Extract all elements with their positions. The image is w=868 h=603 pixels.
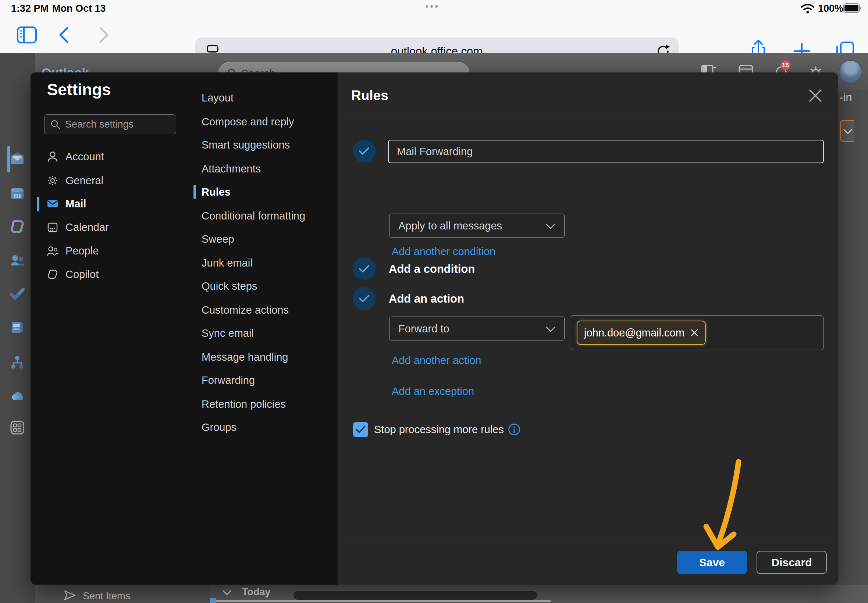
settings-search-input[interactable] bbox=[65, 115, 172, 134]
check-icon bbox=[359, 147, 369, 155]
settings-nav-calendar[interactable]: Calendar bbox=[37, 220, 184, 236]
screen: 1:32 PM Mon Oct 13 ••• 100% bbox=[0, 0, 868, 603]
people-icon bbox=[46, 244, 59, 257]
send-icon bbox=[63, 589, 76, 601]
clock: 1:32 PM bbox=[11, 3, 48, 14]
list-scrollbar-pill bbox=[294, 591, 537, 600]
mail-nav-customize-actions[interactable]: Customize actions bbox=[193, 303, 335, 317]
org-chart-app-icon[interactable] bbox=[10, 355, 25, 370]
mail-app-icon[interactable] bbox=[10, 151, 25, 166]
settings-nav-people[interactable]: People bbox=[37, 243, 184, 259]
stop-processing-label: Stop processing more rules bbox=[374, 424, 504, 436]
mail-nav-smart-suggestions[interactable]: Smart suggestions bbox=[193, 138, 335, 152]
battery-percent: 100% bbox=[818, 3, 843, 14]
date: Mon Oct 13 bbox=[52, 3, 106, 14]
avatar[interactable] bbox=[839, 60, 862, 83]
discard-button[interactable]: Discard bbox=[757, 551, 827, 574]
mail-nav-rules[interactable]: Rules bbox=[193, 185, 335, 199]
settings-nav-copilot[interactable]: Copilot bbox=[37, 267, 184, 283]
news-app-icon[interactable] bbox=[10, 320, 25, 335]
horizontal-scrollbar[interactable] bbox=[212, 600, 551, 602]
add-another-action-link[interactable]: Add another action bbox=[392, 354, 481, 366]
forward-address-field[interactable]: john.doe@gmail.com bbox=[571, 315, 823, 350]
settings-nav-general[interactable]: General bbox=[37, 173, 184, 189]
mail-nav-message-handling[interactable]: Message handling bbox=[193, 349, 335, 364]
rail-selection-bar bbox=[7, 146, 10, 172]
mail-nav-forwarding[interactable]: Forwarding bbox=[193, 373, 335, 388]
date-group-today[interactable]: Today bbox=[242, 586, 271, 598]
collapse-chevron-icon[interactable] bbox=[222, 590, 232, 596]
email-chip-text: john.doe@gmail.com bbox=[584, 327, 684, 339]
mail-nav-retention-policies[interactable]: Retention policies bbox=[193, 397, 335, 411]
close-icon[interactable] bbox=[807, 87, 824, 104]
condition-check-circle bbox=[353, 257, 376, 280]
wifi-icon bbox=[800, 3, 815, 14]
mail-nav-sweep[interactable]: Sweep bbox=[193, 232, 335, 246]
selection-bar bbox=[37, 197, 39, 212]
mail-nav-sync-email[interactable]: Sync email bbox=[193, 326, 335, 340]
save-button[interactable]: Save bbox=[677, 551, 747, 574]
mail-nav-attachments[interactable]: Attachments bbox=[193, 161, 335, 176]
condition-heading: Add a condition bbox=[389, 263, 475, 276]
copilot-icon bbox=[46, 268, 59, 281]
selection-bar bbox=[193, 185, 196, 199]
mail-nav-conditional-formatting[interactable]: Conditional formatting bbox=[193, 209, 335, 223]
chevron-down-icon bbox=[546, 326, 555, 332]
forward-icon[interactable] bbox=[99, 27, 110, 43]
check-icon bbox=[356, 425, 365, 433]
calendar-icon bbox=[46, 221, 59, 233]
more-apps-icon[interactable] bbox=[10, 420, 25, 435]
mail-settings-nav-panel: Layout Compose and reply Smart suggestio… bbox=[191, 73, 337, 584]
search-icon bbox=[50, 119, 61, 130]
browser-toolbar: outlook.office.com bbox=[0, 17, 868, 53]
header-divider bbox=[337, 118, 838, 118]
mail-nav-layout[interactable]: Layout bbox=[193, 90, 335, 105]
action-dropdown[interactable]: Forward to bbox=[389, 317, 565, 340]
remove-chip-icon[interactable] bbox=[690, 329, 698, 337]
calendar-app-icon[interactable] bbox=[10, 186, 25, 201]
rule-name-check-circle bbox=[353, 140, 376, 162]
background-text-fragment: -in bbox=[839, 91, 852, 104]
settings-nav-panel: Settings Account Ge bbox=[31, 73, 191, 584]
background-dropdown-fragment bbox=[840, 120, 854, 142]
people-app-icon[interactable] bbox=[10, 254, 25, 268]
rule-name-input[interactable] bbox=[388, 140, 824, 163]
add-an-exception-link[interactable]: Add an exception bbox=[392, 385, 474, 397]
folder-sent-items[interactable]: Sent Items bbox=[83, 591, 130, 602]
mail-nav-groups[interactable]: Groups bbox=[193, 420, 335, 434]
settings-title: Settings bbox=[47, 80, 111, 99]
sidebar-toggle-icon[interactable] bbox=[17, 26, 37, 43]
notification-badge: 15 bbox=[780, 60, 791, 70]
status-bar: 1:32 PM Mon Oct 13 ••• 100% bbox=[0, 0, 868, 17]
rules-panel: Rules Add a condition Apply to bbox=[337, 73, 838, 584]
action-heading: Add an action bbox=[389, 292, 464, 306]
settings-nav-account[interactable]: Account bbox=[37, 149, 184, 165]
gear-icon bbox=[46, 174, 59, 187]
mail-nav-compose-and-reply[interactable]: Compose and reply bbox=[193, 114, 335, 129]
add-another-condition-link[interactable]: Add another condition bbox=[392, 246, 495, 258]
ellipsis-icon: ••• bbox=[425, 1, 439, 12]
chevron-down-icon bbox=[843, 129, 852, 134]
person-icon bbox=[46, 150, 59, 163]
action-check-circle bbox=[353, 287, 376, 310]
copilot-app-icon[interactable] bbox=[10, 219, 25, 234]
app-rail bbox=[0, 53, 35, 603]
settings-search-box[interactable] bbox=[44, 114, 176, 134]
chevron-down-icon bbox=[546, 224, 555, 229]
onedrive-app-icon[interactable] bbox=[10, 389, 25, 404]
mail-nav-junk-email[interactable]: Junk email bbox=[193, 255, 335, 270]
condition-dropdown[interactable]: Apply to all messages bbox=[389, 213, 565, 238]
stop-processing-checkbox[interactable] bbox=[353, 422, 368, 437]
email-chip[interactable]: john.doe@gmail.com bbox=[577, 321, 706, 345]
mail-nav-quick-steps[interactable]: Quick steps bbox=[193, 279, 335, 294]
settings-nav-mail[interactable]: Mail bbox=[37, 196, 184, 212]
footer-divider bbox=[337, 539, 838, 539]
todo-app-icon[interactable] bbox=[10, 286, 25, 301]
rules-title: Rules bbox=[351, 88, 388, 103]
settings-modal: Settings Account Ge bbox=[31, 73, 838, 584]
battery-icon bbox=[843, 3, 862, 13]
info-icon[interactable] bbox=[507, 423, 521, 436]
back-icon[interactable] bbox=[58, 27, 69, 43]
check-icon bbox=[359, 265, 369, 273]
check-icon bbox=[359, 295, 369, 303]
